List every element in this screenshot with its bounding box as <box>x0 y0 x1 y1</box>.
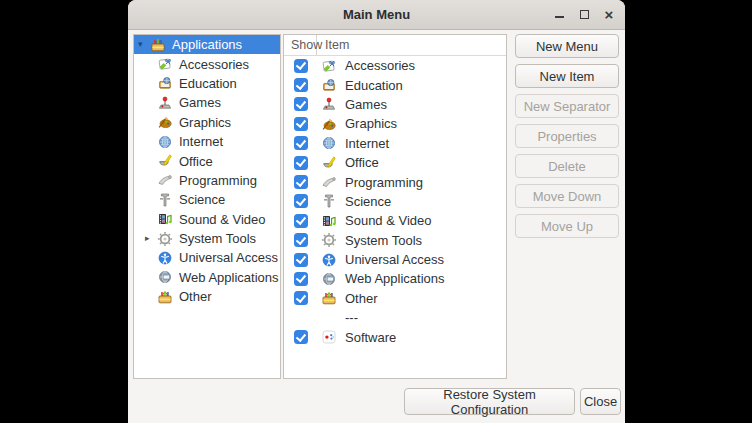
show-checkbox[interactable] <box>294 272 308 286</box>
show-checkbox-cell <box>284 78 317 92</box>
new-separator-button: New Separator <box>515 94 619 118</box>
list-row-internet[interactable]: Internet <box>284 134 506 153</box>
list-item-label: --- <box>345 310 358 325</box>
show-checkbox-cell <box>284 194 317 208</box>
list-row-web-applications[interactable]: Web Applications <box>284 269 506 288</box>
show-checkbox[interactable] <box>294 97 308 111</box>
tree-row-games[interactable]: Games <box>134 93 280 112</box>
tree-row-web-applications[interactable]: Web Applications <box>134 268 280 287</box>
show-checkbox[interactable] <box>294 59 308 73</box>
universal-access-icon <box>157 250 173 266</box>
games-icon <box>157 95 173 111</box>
column-header-item[interactable]: Item <box>317 35 506 55</box>
list-row-system-tools[interactable]: System Tools <box>284 231 506 250</box>
tree-item-label: Other <box>179 289 212 304</box>
list-row-sound-video[interactable]: Sound & Video <box>284 211 506 230</box>
tree-row-universal-access[interactable]: Universal Access <box>134 248 280 267</box>
tree-row-applications[interactable]: ▾Applications <box>134 35 280 54</box>
list-item-label: Office <box>345 155 379 170</box>
close-window-button[interactable]: × <box>601 7 617 23</box>
list-item-label: Accessories <box>345 58 415 73</box>
tree-item-label: Web Applications <box>179 270 279 285</box>
show-checkbox[interactable] <box>294 233 308 247</box>
show-checkbox-cell <box>284 175 317 189</box>
tree-row-internet[interactable]: Internet <box>134 132 280 151</box>
expander-right-icon[interactable]: ▸ <box>145 234 157 243</box>
science-icon <box>157 192 173 208</box>
tree-item-label: Universal Access <box>179 250 278 265</box>
titlebar[interactable]: Main Menu × <box>128 0 625 30</box>
list-item-label: Games <box>345 97 387 112</box>
list-item-label: Other <box>345 291 378 306</box>
list-item-label: Universal Access <box>345 252 444 267</box>
show-checkbox[interactable] <box>294 156 308 170</box>
tree-row-education[interactable]: Education <box>134 74 280 93</box>
show-checkbox-cell <box>284 291 317 305</box>
tree-row-science[interactable]: Science <box>134 190 280 209</box>
list-row-graphics[interactable]: Graphics <box>284 114 506 133</box>
list-row-accessories[interactable]: Accessories <box>284 56 506 75</box>
show-checkbox-cell <box>284 117 317 131</box>
show-checkbox[interactable] <box>294 214 308 228</box>
list-item-label: Web Applications <box>345 271 445 286</box>
office-icon <box>157 153 173 169</box>
tree-item-label: Programming <box>179 173 257 188</box>
column-header-show[interactable]: Show <box>284 35 317 55</box>
tree-row-system-tools[interactable]: ▸System Tools <box>134 229 280 248</box>
show-checkbox[interactable] <box>294 78 308 92</box>
tree-row-graphics[interactable]: Graphics <box>134 113 280 132</box>
window-controls: × <box>551 0 617 29</box>
show-checkbox-cell <box>284 330 317 344</box>
list-item-label: Programming <box>345 175 423 190</box>
show-checkbox-cell <box>284 253 317 267</box>
graphics-icon <box>321 116 337 132</box>
menu-tree-panel: ▾ApplicationsAccessoriesEducationGamesGr… <box>133 34 281 379</box>
tree-row-sound-video[interactable]: Sound & Video <box>134 210 280 229</box>
show-checkbox[interactable] <box>294 136 308 150</box>
tree-row-programming[interactable]: Programming <box>134 171 280 190</box>
show-checkbox[interactable] <box>294 175 308 189</box>
new-menu-button[interactable]: New Menu <box>515 34 619 58</box>
move-up-button: Move Up <box>515 214 619 238</box>
main-menu-window: Main Menu × ▾ApplicationsAccessoriesEduc… <box>128 0 625 423</box>
tree-row-office[interactable]: Office <box>134 151 280 170</box>
minimize-button[interactable] <box>551 7 567 23</box>
tree-item-label: Accessories <box>179 57 249 72</box>
show-checkbox[interactable] <box>294 253 308 267</box>
universal-access-icon <box>321 252 337 268</box>
list-row-office[interactable]: Office <box>284 153 506 172</box>
delete-button: Delete <box>515 154 619 178</box>
close-button[interactable]: Close <box>580 388 621 415</box>
tree-item-label: Applications <box>172 37 242 52</box>
restore-system-configuration-button[interactable]: Restore System Configuration <box>404 388 575 415</box>
show-checkbox[interactable] <box>294 194 308 208</box>
maximize-button[interactable] <box>576 7 592 23</box>
show-checkbox-cell <box>284 97 317 111</box>
show-checkbox[interactable] <box>294 291 308 305</box>
expander-down-icon[interactable]: ▾ <box>138 40 150 49</box>
icon-placeholder <box>321 310 337 326</box>
system-tools-icon <box>321 232 337 248</box>
show-checkbox[interactable] <box>294 330 308 344</box>
list-row-games[interactable]: Games <box>284 95 506 114</box>
tree-row-other[interactable]: Other <box>134 287 280 306</box>
new-item-button[interactable]: New Item <box>515 64 619 88</box>
accessories-icon <box>321 58 337 74</box>
science-icon <box>321 193 337 209</box>
list-row-other[interactable]: Other <box>284 289 506 308</box>
graphics-icon <box>157 114 173 130</box>
web-applications-icon <box>321 271 337 287</box>
software-icon <box>321 329 337 345</box>
properties-button: Properties <box>515 124 619 148</box>
list-item-label: Software <box>345 330 396 345</box>
list-row-separator[interactable]: --- <box>284 308 506 327</box>
list-row-education[interactable]: Education <box>284 75 506 94</box>
minimize-icon <box>555 16 564 18</box>
list-row-programming[interactable]: Programming <box>284 172 506 191</box>
list-row-universal-access[interactable]: Universal Access <box>284 250 506 269</box>
other-icon <box>321 290 337 306</box>
tree-row-accessories[interactable]: Accessories <box>134 54 280 73</box>
show-checkbox[interactable] <box>294 117 308 131</box>
list-row-science[interactable]: Science <box>284 192 506 211</box>
list-row-software[interactable]: Software <box>284 327 506 346</box>
